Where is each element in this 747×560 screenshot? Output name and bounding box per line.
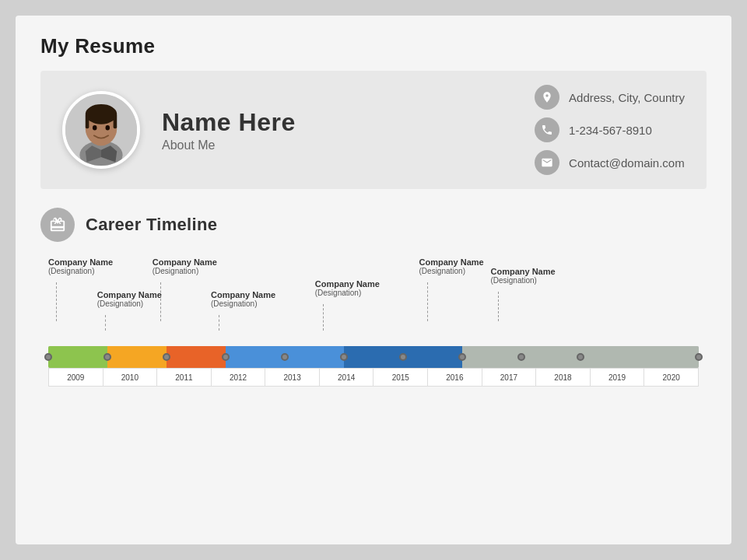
year-2010: 2010 — [103, 369, 158, 386]
contact-section: Address, City, Country 1-234-567-8910 Co… — [535, 85, 685, 175]
phone-icon — [535, 117, 559, 142]
avatar — [62, 91, 140, 169]
year-2016: 2016 — [428, 369, 482, 386]
name-section: Name Here About Me — [162, 108, 482, 152]
bar-2009 — [48, 346, 107, 368]
dot-2015 — [399, 353, 407, 361]
year-2011: 2011 — [157, 369, 212, 386]
year-2014: 2014 — [320, 369, 374, 386]
dot-2019 — [577, 353, 584, 361]
phone-item: 1-234-567-8910 — [535, 117, 685, 142]
dot-2014 — [340, 353, 348, 361]
label-5: Company Name (Designation) — [419, 257, 484, 275]
career-section: Career Timeline Company Name (Designatio… — [40, 208, 707, 526]
year-2018: 2018 — [536, 369, 591, 386]
year-2019: 2019 — [591, 369, 645, 386]
phone-label: 1-234-567-8910 — [569, 124, 652, 137]
svg-point-4 — [86, 104, 117, 124]
year-axis: 2009 2010 2011 2012 2013 2014 2015 2016 … — [48, 368, 699, 387]
address-label: Address, City, Country — [569, 91, 685, 104]
label-0: Company Name (Designation) — [48, 257, 113, 275]
year-2020: 2020 — [644, 369, 698, 386]
career-icon — [40, 208, 75, 242]
dot-2018 — [517, 353, 525, 361]
svg-rect-6 — [114, 114, 117, 128]
timeline-wrapper: Company Name (Designation) Company Name … — [40, 257, 707, 387]
dot-2009 — [44, 353, 52, 361]
header-section: Name Here About Me Address, City, Countr… — [40, 71, 707, 189]
label-6: Company Name (Designation) — [490, 267, 555, 285]
label-3: Company Name (Designation) — [211, 290, 275, 308]
year-2017: 2017 — [482, 369, 537, 386]
label-2: Company Name (Designation) — [153, 257, 217, 275]
label-1: Company Name (Designation) — [97, 290, 162, 308]
year-2013: 2013 — [265, 369, 320, 386]
person-name: Name Here — [162, 108, 482, 137]
career-title: Career Timeline — [86, 215, 217, 235]
email-item: Contact@domain.com — [535, 150, 685, 175]
year-2012: 2012 — [212, 369, 266, 386]
dot-2010 — [103, 353, 111, 361]
bar-2010 — [107, 346, 167, 368]
email-label: Contact@domain.com — [569, 156, 685, 170]
dot-2013 — [281, 353, 289, 361]
address-item: Address, City, Country — [535, 85, 685, 110]
slide: My Resume — [16, 16, 731, 544]
address-icon — [535, 85, 559, 110]
year-2015: 2015 — [374, 369, 428, 386]
dot-2020 — [695, 353, 703, 361]
about-me-label: About Me — [162, 138, 482, 152]
timeline-bar — [48, 346, 699, 368]
bar-2011 — [167, 346, 226, 368]
label-4: Company Name (Designation) — [315, 279, 380, 297]
svg-point-7 — [93, 125, 97, 130]
career-header: Career Timeline — [40, 208, 707, 242]
svg-point-8 — [106, 125, 110, 130]
dot-2017 — [458, 353, 466, 361]
bar-container — [48, 346, 699, 368]
svg-rect-5 — [86, 114, 89, 128]
page-title: My Resume — [40, 34, 707, 58]
dot-2012 — [222, 353, 230, 361]
dot-2011 — [163, 353, 170, 361]
timeline-labels: Company Name (Designation) Company Name … — [48, 257, 699, 343]
email-icon — [535, 150, 559, 175]
year-2009: 2009 — [49, 369, 103, 386]
